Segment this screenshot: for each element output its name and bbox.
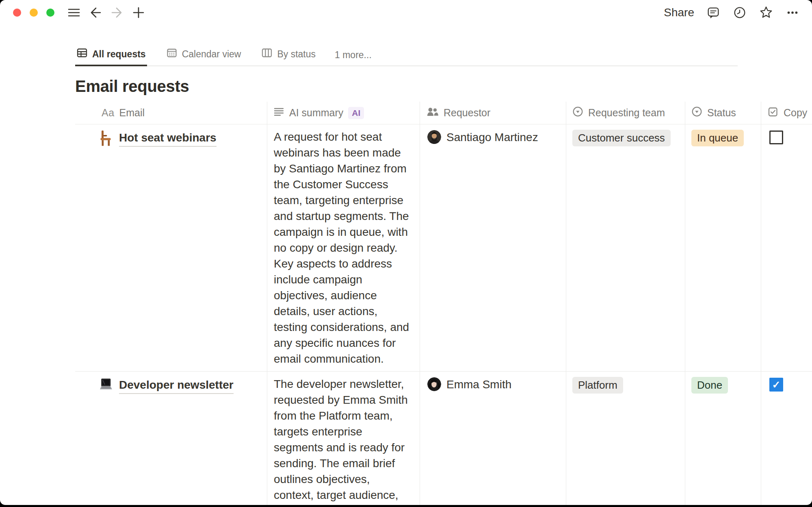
tab-all-requests[interactable]: All requests xyxy=(75,44,147,66)
menu-icon[interactable] xyxy=(67,5,81,20)
status-cell[interactable]: Done xyxy=(685,372,761,505)
column-header-status[interactable]: Status xyxy=(685,102,761,124)
team-tag[interactable]: Customer success xyxy=(572,130,671,146)
page-title[interactable]: Email requests xyxy=(75,77,812,100)
person-name: Emma Smith xyxy=(446,377,511,392)
text-lines-icon xyxy=(273,106,284,120)
table-row-email[interactable]: Hot seat webinars xyxy=(75,124,267,372)
ai-summary-text: A request for hot seat webinars has been… xyxy=(274,131,409,365)
status-tag[interactable]: In queue xyxy=(691,130,744,146)
board-view-icon xyxy=(261,47,273,61)
traffic-lights xyxy=(13,9,54,17)
person-name: Santiago Martinez xyxy=(446,130,538,144)
column-label: Requesting team xyxy=(588,107,665,119)
copy-checkbox[interactable] xyxy=(769,378,783,392)
text-type-icon: Aa xyxy=(102,107,115,119)
calendar-view-icon xyxy=(166,47,178,61)
column-header-email[interactable]: Aa Email xyxy=(75,102,267,124)
tab-label: Calendar view xyxy=(182,49,241,60)
requestor-cell[interactable]: Santiago Martinez xyxy=(420,124,566,372)
page-link[interactable]: Developer newsletter xyxy=(119,378,234,394)
column-label: Status xyxy=(707,107,736,119)
column-header-ai-summary[interactable]: AI summary AI xyxy=(267,102,420,124)
updates-icon[interactable] xyxy=(732,5,747,20)
column-header-copy[interactable]: Copy xyxy=(761,102,812,124)
tab-label: By status xyxy=(277,49,316,60)
share-button[interactable]: Share xyxy=(664,6,694,19)
requesting-team-cell[interactable]: Platform xyxy=(566,372,685,505)
column-header-requesting-team[interactable]: Requesting team xyxy=(566,102,685,124)
tab-by-status[interactable]: By status xyxy=(260,44,317,66)
minimize-window-button[interactable] xyxy=(30,9,38,17)
column-label: Email xyxy=(119,107,145,119)
forward-icon[interactable] xyxy=(110,5,124,20)
nav-group xyxy=(67,5,146,20)
copy-cell[interactable] xyxy=(761,372,812,505)
requestor-cell[interactable]: Emma Smith xyxy=(420,372,566,505)
copy-cell[interactable] xyxy=(761,124,812,372)
column-label: Requestor xyxy=(444,107,490,119)
avatar xyxy=(427,377,441,391)
app-window: Share All requests xyxy=(0,0,812,505)
column-label: Copy xyxy=(784,107,807,119)
favorite-icon[interactable] xyxy=(759,5,773,20)
toolbar-actions: Share xyxy=(664,5,800,20)
ai-badge: AI xyxy=(348,107,364,119)
view-tabs: All requests Calendar view By status 1 m… xyxy=(0,25,812,66)
more-views-button[interactable]: 1 more... xyxy=(335,44,372,66)
people-icon xyxy=(426,106,439,120)
comments-icon[interactable] xyxy=(706,5,721,20)
window-toolbar: Share xyxy=(0,0,812,25)
column-label: AI summary xyxy=(289,107,343,119)
tab-calendar-view[interactable]: Calendar view xyxy=(165,44,243,66)
status-cell[interactable]: In queue xyxy=(685,124,761,372)
table-view-icon xyxy=(76,47,88,61)
copy-checkbox[interactable] xyxy=(769,131,783,144)
back-icon[interactable] xyxy=(88,5,103,20)
requests-table: Aa Email AI summary AI Requestor Request… xyxy=(75,102,812,505)
ai-summary-cell[interactable]: A request for hot seat webinars has been… xyxy=(267,124,420,372)
page-link[interactable]: Hot seat webinars xyxy=(119,131,217,147)
requesting-team-cell[interactable]: Customer success xyxy=(566,124,685,372)
chair-icon xyxy=(98,130,113,146)
laptop-icon xyxy=(98,377,113,394)
column-header-requestor[interactable]: Requestor xyxy=(420,102,566,124)
more-icon[interactable] xyxy=(785,5,800,20)
ai-summary-cell[interactable]: The developer newsletter, requested by E… xyxy=(267,372,420,505)
avatar xyxy=(427,130,441,144)
table-row-email[interactable]: Developer newsletter xyxy=(75,372,267,505)
tab-label: All requests xyxy=(92,49,146,60)
select-chevron-icon xyxy=(572,106,583,120)
checkbox-icon xyxy=(767,106,779,120)
team-tag[interactable]: Platform xyxy=(572,377,623,394)
close-window-button[interactable] xyxy=(13,9,21,17)
status-tag[interactable]: Done xyxy=(691,377,728,394)
new-tab-icon[interactable] xyxy=(131,5,146,20)
ai-summary-text: The developer newsletter, requested by E… xyxy=(274,378,408,505)
select-chevron-icon xyxy=(691,106,702,120)
zoom-window-button[interactable] xyxy=(46,9,54,17)
